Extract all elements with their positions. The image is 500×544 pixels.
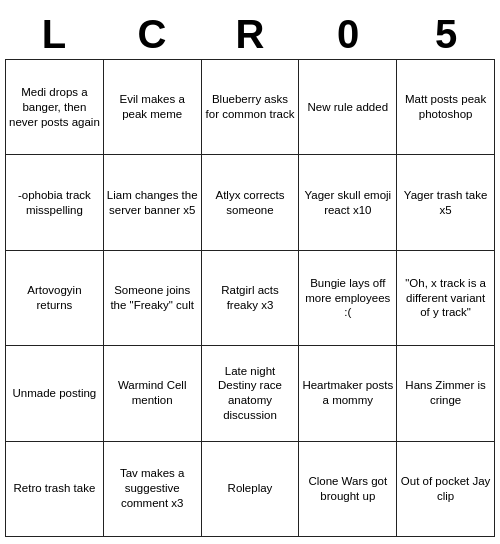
bingo-cell-2[interactable]: Blueberry asks for common track	[202, 60, 300, 155]
bingo-cell-0[interactable]: Medi drops a banger, then never posts ag…	[6, 60, 104, 155]
bingo-cell-1[interactable]: Evil makes a peak meme	[104, 60, 202, 155]
bingo-cell-8[interactable]: Yager skull emoji react x10	[299, 155, 397, 250]
bingo-cell-14[interactable]: "Oh, x track is a different variant of y…	[397, 251, 495, 346]
bingo-cell-5[interactable]: -ophobia track misspelling	[6, 155, 104, 250]
bingo-cell-13[interactable]: Bungie lays off more employees :(	[299, 251, 397, 346]
header-letter-l: L	[9, 12, 99, 57]
bingo-cell-12[interactable]: Ratgirl acts freaky x3	[202, 251, 300, 346]
bingo-cell-17[interactable]: Late night Destiny race anatomy discussi…	[202, 346, 300, 441]
bingo-cell-6[interactable]: Liam changes the server banner x5	[104, 155, 202, 250]
bingo-cell-24[interactable]: Out of pocket Jay clip	[397, 442, 495, 537]
bingo-cell-18[interactable]: Heartmaker posts a mommy	[299, 346, 397, 441]
bingo-cell-3[interactable]: New rule added	[299, 60, 397, 155]
header-letter-c: C	[107, 12, 197, 57]
header-letter-r: R	[205, 12, 295, 57]
bingo-cell-21[interactable]: Tav makes a suggestive comment x3	[104, 442, 202, 537]
bingo-cell-16[interactable]: Warmind Cell mention	[104, 346, 202, 441]
bingo-card: L C R 0 5 Medi drops a banger, then neve…	[5, 6, 495, 537]
bingo-grid: Medi drops a banger, then never posts ag…	[5, 59, 495, 537]
header-letter-0: 0	[303, 12, 393, 57]
header-letter-5: 5	[401, 12, 491, 57]
bingo-cell-22[interactable]: Roleplay	[202, 442, 300, 537]
bingo-cell-9[interactable]: Yager trash take x5	[397, 155, 495, 250]
bingo-cell-4[interactable]: Matt posts peak photoshop	[397, 60, 495, 155]
bingo-cell-19[interactable]: Hans Zimmer is cringe	[397, 346, 495, 441]
bingo-cell-23[interactable]: Clone Wars got brought up	[299, 442, 397, 537]
bingo-cell-11[interactable]: Someone joins the "Freaky" cult	[104, 251, 202, 346]
bingo-cell-7[interactable]: Atlyx corrects someone	[202, 155, 300, 250]
bingo-cell-20[interactable]: Retro trash take	[6, 442, 104, 537]
bingo-cell-15[interactable]: Unmade posting	[6, 346, 104, 441]
bingo-cell-10[interactable]: Artovogyin returns	[6, 251, 104, 346]
